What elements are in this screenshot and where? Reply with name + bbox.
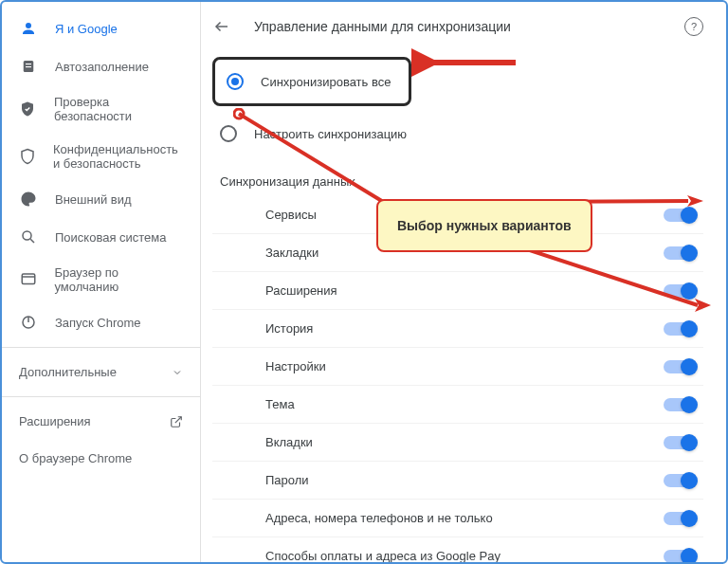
svg-point-4 (23, 231, 31, 240)
toggle-row-payments: Способы оплаты и адреса из Google Pay (212, 537, 703, 562)
toggle-row-history: История (212, 310, 703, 348)
sidebar: Я и Google Автозаполнение Проверка безоп… (2, 2, 201, 562)
sidebar-item-autofill[interactable]: Автозаполнение (2, 47, 200, 85)
sidebar-item-you-and-google[interactable]: Я и Google (2, 9, 200, 47)
toggle-switch[interactable] (664, 512, 696, 525)
sidebar-about-label: О браузере Chrome (19, 451, 132, 465)
toggle-label: Адреса, номера телефонов и не только (265, 511, 493, 525)
toggle-row-settings: Настройки (212, 348, 703, 386)
search-icon (19, 227, 38, 246)
toggle-switch[interactable] (664, 550, 696, 563)
sidebar-item-on-startup[interactable]: Запуск Chrome (2, 303, 200, 341)
svg-rect-2 (26, 64, 31, 64)
sidebar-label: Запуск Chrome (55, 316, 141, 330)
svg-point-0 (26, 23, 31, 28)
radio-customize[interactable]: Настроить синхронизацию (212, 114, 703, 154)
toggle-row-extensions: Расширения (212, 272, 703, 310)
radio-icon-unchecked (220, 125, 237, 142)
sidebar-label: Проверка безопасности (54, 95, 183, 123)
default-browser-icon (19, 270, 38, 289)
toggle-switch[interactable] (664, 209, 696, 222)
toggle-switch[interactable] (664, 322, 696, 336)
toggle-switch[interactable] (664, 284, 696, 298)
help-button[interactable]: ? (684, 17, 703, 36)
back-button[interactable] (212, 17, 231, 36)
toggle-switch[interactable] (664, 398, 696, 411)
main-content: Управление данными для синхронизации ? С… (201, 2, 726, 562)
verified-icon (19, 100, 37, 118)
toggle-label: История (265, 321, 313, 336)
toggle-row-theme: Тема (212, 386, 703, 424)
toggle-row-tabs: Вкладки (212, 424, 703, 462)
person-icon (19, 19, 38, 38)
sidebar-item-appearance[interactable]: Внешний вид (2, 180, 200, 218)
sidebar-about[interactable]: О браузере Chrome (2, 440, 200, 477)
radio-icon-checked (227, 73, 244, 90)
toggle-row-passwords: Пароли (212, 462, 703, 500)
annotation-callout: Выбор нужных вариантов (376, 199, 592, 252)
toggle-label: Тема (265, 397, 295, 411)
svg-rect-3 (26, 66, 31, 67)
sidebar-item-safety-check[interactable]: Проверка безопасности (2, 85, 200, 133)
sidebar-advanced-label: Дополнительные (19, 365, 117, 379)
radio-sync-all[interactable]: Синхронизировать все (212, 57, 411, 106)
sidebar-label: Внешний вид (55, 192, 132, 207)
page-title: Управление данными для синхронизации (254, 19, 684, 34)
toggle-label: Сервисы (265, 208, 317, 222)
open-in-new-icon (170, 415, 183, 428)
sidebar-item-search[interactable]: Поисковая система (2, 218, 200, 256)
sidebar-label: Поисковая система (55, 230, 167, 245)
toggle-label: Расширения (265, 283, 337, 298)
sidebar-label: Браузер по умолчанию (55, 265, 183, 294)
section-title: Синхронизация данных (212, 161, 703, 196)
svg-line-10 (175, 416, 181, 422)
radio-label: Настроить синхронизацию (254, 127, 407, 141)
toggle-row-addresses: Адреса, номера телефонов и не только (212, 500, 703, 537)
sidebar-extensions[interactable]: Расширения (2, 403, 200, 440)
svg-line-5 (30, 239, 34, 243)
toggle-label: Закладки (265, 246, 318, 260)
chevron-down-icon (172, 367, 183, 378)
toggle-switch[interactable] (664, 474, 696, 487)
toggle-switch[interactable] (664, 360, 696, 373)
sidebar-item-default-browser[interactable]: Браузер по умолчанию (2, 256, 200, 303)
palette-icon (19, 190, 38, 209)
security-icon (19, 147, 36, 166)
sidebar-item-privacy[interactable]: Конфиденциальность и безопасность (2, 133, 200, 180)
sidebar-advanced[interactable]: Дополнительные (2, 354, 200, 391)
sidebar-label: Автозаполнение (55, 60, 149, 74)
sidebar-label: Конфиденциальность и безопасность (53, 142, 183, 171)
toggle-label: Способы оплаты и адреса из Google Pay (265, 549, 500, 562)
annotation-arrow (411, 44, 525, 82)
toggle-label: Пароли (265, 473, 309, 487)
assignment-icon (19, 57, 38, 76)
sidebar-extensions-label: Расширения (19, 414, 91, 428)
toggle-label: Настройки (265, 359, 326, 373)
toggle-switch[interactable] (664, 436, 696, 449)
toggle-label: Вкладки (265, 435, 313, 449)
svg-rect-6 (22, 274, 35, 284)
sidebar-label: Я и Google (55, 22, 118, 36)
radio-label: Синхронизировать все (261, 75, 391, 89)
power-icon (19, 313, 38, 332)
callout-text: Выбор нужных вариантов (397, 218, 572, 233)
toggle-switch[interactable] (664, 246, 696, 260)
